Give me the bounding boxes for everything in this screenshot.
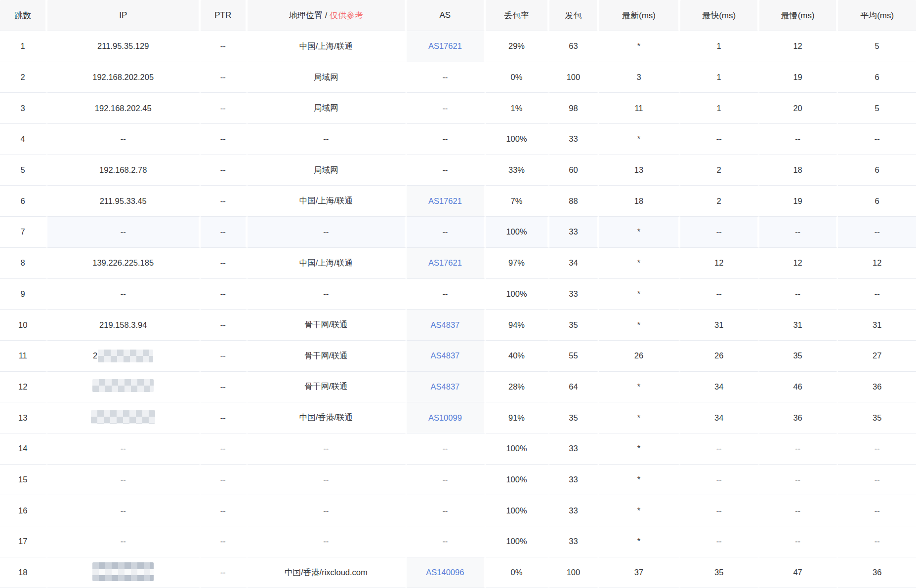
slowest-cell: 12 — [759, 248, 838, 279]
geo-cell: 局域网 — [248, 93, 407, 124]
as-cell: -- — [407, 495, 485, 526]
ptr-cell: -- — [201, 62, 248, 93]
sent-cell: 33 — [549, 526, 599, 557]
hop-cell: 13 — [0, 402, 47, 433]
fastest-cell: 1 — [680, 62, 759, 93]
as-link[interactable]: AS4837 — [431, 382, 460, 391]
hop-cell: 16 — [0, 495, 47, 526]
latest-cell: * — [599, 465, 680, 496]
geo-cell: -- — [248, 279, 407, 310]
latest-cell: * — [599, 217, 680, 248]
latest-cell: * — [599, 124, 680, 155]
as-cell: AS17621 — [407, 31, 485, 62]
slowest-cell: 20 — [759, 93, 838, 124]
table-row: 6 211.95.33.45 -- 中国/上海/联通 AS17621 7% 88… — [0, 186, 916, 217]
ip-cell — [47, 557, 201, 588]
hop-cell: 18 — [0, 557, 47, 588]
slowest-cell: 19 — [759, 186, 838, 217]
col-header-fastest: 最快(ms) — [680, 0, 759, 31]
as-cell: -- — [407, 217, 485, 248]
avg-cell: -- — [838, 465, 916, 496]
loss-cell: 100% — [486, 526, 550, 557]
col-header-avg: 平均(ms) — [838, 0, 916, 31]
as-cell: AS17621 — [407, 186, 485, 217]
as-link[interactable]: AS4837 — [431, 320, 460, 329]
col-header-ptr: PTR — [201, 0, 248, 31]
sent-cell: 35 — [549, 310, 599, 341]
loss-cell: 97% — [486, 248, 550, 279]
hop-cell: 4 — [0, 124, 47, 155]
slowest-cell: 31 — [759, 310, 838, 341]
slowest-cell: -- — [759, 279, 838, 310]
as-link[interactable]: AS17621 — [428, 41, 462, 50]
loss-cell: 7% — [486, 186, 550, 217]
table-row: 4 -- -- -- -- 100% 33 * -- -- -- — [0, 124, 916, 155]
latest-cell: 13 — [599, 155, 680, 186]
geo-cell: -- — [248, 526, 407, 557]
as-cell: -- — [407, 155, 485, 186]
geo-note: 仅供参考 — [330, 11, 363, 20]
col-header-ip: IP — [47, 0, 201, 31]
avg-cell: 6 — [838, 155, 916, 186]
hop-cell: 2 — [0, 62, 47, 93]
as-link[interactable]: AS140096 — [426, 568, 464, 577]
ip-cell: -- — [47, 495, 201, 526]
table-body: 1 211.95.35.129 -- 中国/上海/联通 AS17621 29% … — [0, 31, 916, 588]
latest-cell: 11 — [599, 93, 680, 124]
table-row: 2 192.168.202.205 -- 局域网 -- 0% 100 3 1 1… — [0, 62, 916, 93]
as-cell: -- — [407, 433, 485, 465]
ptr-cell: -- — [201, 402, 248, 433]
loss-cell: 94% — [486, 310, 550, 341]
fastest-cell: -- — [680, 279, 759, 310]
as-cell: AS140096 — [407, 557, 485, 588]
avg-cell: -- — [838, 217, 916, 248]
table-row: 17 -- -- -- -- 100% 33 * -- -- -- — [0, 526, 916, 557]
slowest-cell: -- — [759, 465, 838, 496]
ptr-cell: -- — [201, 93, 248, 124]
avg-cell: 36 — [838, 557, 916, 588]
hop-cell: 8 — [0, 248, 47, 279]
loss-cell: 91% — [486, 402, 550, 433]
hop-cell: 17 — [0, 526, 47, 557]
ip-cell: 2 — [47, 341, 201, 372]
as-cell: AS4837 — [407, 341, 485, 372]
loss-cell: 33% — [486, 155, 550, 186]
geo-cell: -- — [248, 124, 407, 155]
sent-cell: 33 — [549, 433, 599, 465]
traceroute-table: 跳数 IP PTR 地理位置 / 仅供参考 AS 丢包率 发包 最新(ms) 最… — [0, 0, 916, 588]
fastest-cell: -- — [680, 217, 759, 248]
hop-cell: 9 — [0, 279, 47, 310]
ip-cell: -- — [47, 279, 201, 310]
latest-cell: * — [599, 279, 680, 310]
slowest-cell: 19 — [759, 62, 838, 93]
ptr-cell: -- — [201, 186, 248, 217]
sent-cell: 63 — [549, 31, 599, 62]
avg-cell: -- — [838, 433, 916, 465]
hop-cell: 10 — [0, 310, 47, 341]
ptr-cell: -- — [201, 526, 248, 557]
ptr-cell: -- — [201, 31, 248, 62]
hop-cell: 6 — [0, 186, 47, 217]
as-link[interactable]: AS17621 — [428, 196, 462, 205]
as-link[interactable]: AS17621 — [428, 258, 462, 267]
hop-cell: 15 — [0, 465, 47, 496]
ptr-cell: -- — [201, 557, 248, 588]
ip-cell: -- — [47, 124, 201, 155]
slowest-cell: 36 — [759, 402, 838, 433]
fastest-cell: -- — [680, 124, 759, 155]
ip-cell — [47, 402, 201, 433]
ptr-cell: -- — [201, 433, 248, 465]
table-row: 12 -- 骨干网/联通 AS4837 28% 64 * 34 46 36 — [0, 372, 916, 403]
sent-cell: 88 — [549, 186, 599, 217]
latest-cell: * — [599, 31, 680, 62]
geo-cell: 中国/香港/rixcloud.com — [248, 557, 407, 588]
as-cell: -- — [407, 124, 485, 155]
latest-cell: * — [599, 495, 680, 526]
ip-cell: -- — [47, 433, 201, 465]
fastest-cell: 1 — [680, 93, 759, 124]
as-link[interactable]: AS4837 — [431, 351, 460, 360]
as-link[interactable]: AS10099 — [428, 413, 462, 422]
as-cell: AS4837 — [407, 372, 485, 403]
sent-cell: 60 — [549, 155, 599, 186]
avg-cell: 5 — [838, 31, 916, 62]
